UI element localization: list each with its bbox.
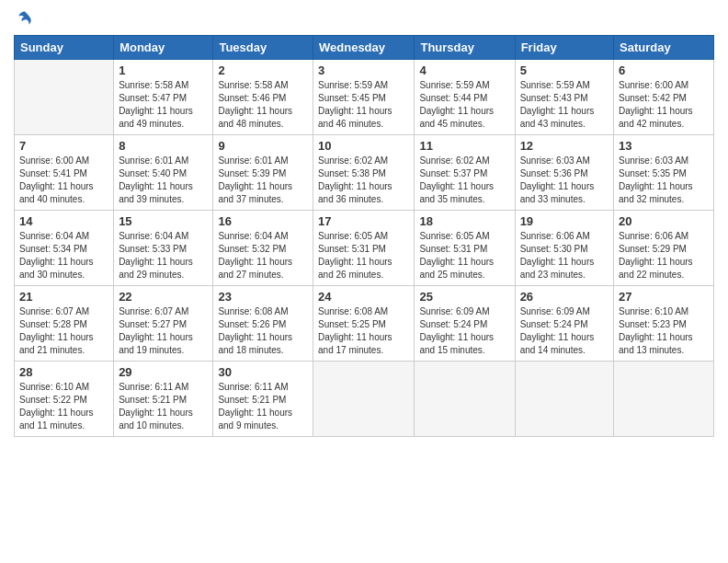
calendar-cell: 14Sunrise: 6:04 AM Sunset: 5:34 PM Dayli… — [15, 211, 114, 286]
calendar-cell: 7Sunrise: 6:00 AM Sunset: 5:41 PM Daylig… — [15, 135, 114, 211]
calendar-cell: 4Sunrise: 5:59 AM Sunset: 5:44 PM Daylig… — [415, 60, 515, 135]
day-info: Sunrise: 6:06 AM Sunset: 5:30 PM Dayligh… — [520, 230, 609, 282]
day-number: 16 — [218, 214, 308, 228]
calendar-cell — [15, 60, 114, 135]
day-info: Sunrise: 6:03 AM Sunset: 5:35 PM Dayligh… — [619, 155, 709, 206]
col-header-monday: Monday — [114, 36, 213, 60]
day-info: Sunrise: 6:00 AM Sunset: 5:41 PM Dayligh… — [19, 155, 108, 206]
calendar-cell: 29Sunrise: 6:11 AM Sunset: 5:21 PM Dayli… — [114, 362, 213, 437]
calendar-cell — [415, 362, 515, 437]
day-number: 17 — [318, 214, 409, 228]
day-info: Sunrise: 6:03 AM Sunset: 5:36 PM Dayligh… — [520, 155, 609, 206]
calendar-cell: 12Sunrise: 6:03 AM Sunset: 5:36 PM Dayli… — [515, 135, 613, 211]
day-info: Sunrise: 6:07 AM Sunset: 5:28 PM Dayligh… — [19, 305, 108, 357]
day-number: 19 — [520, 214, 609, 228]
day-info: Sunrise: 6:09 AM Sunset: 5:24 PM Dayligh… — [520, 305, 609, 357]
day-number: 11 — [419, 139, 509, 153]
day-number: 8 — [119, 139, 208, 153]
day-number: 12 — [520, 139, 609, 153]
calendar-week-2: 7Sunrise: 6:00 AM Sunset: 5:41 PM Daylig… — [15, 135, 714, 211]
day-info: Sunrise: 6:07 AM Sunset: 5:27 PM Dayligh… — [119, 305, 208, 357]
calendar-week-5: 28Sunrise: 6:10 AM Sunset: 5:22 PM Dayli… — [15, 362, 714, 437]
day-number: 6 — [619, 63, 709, 77]
day-number: 2 — [218, 63, 308, 77]
calendar-cell: 17Sunrise: 6:05 AM Sunset: 5:31 PM Dayli… — [313, 211, 415, 286]
calendar-week-4: 21Sunrise: 6:07 AM Sunset: 5:28 PM Dayli… — [15, 286, 714, 362]
calendar-week-1: 1Sunrise: 5:58 AM Sunset: 5:47 PM Daylig… — [15, 60, 714, 135]
calendar-cell: 6Sunrise: 6:00 AM Sunset: 5:42 PM Daylig… — [614, 60, 714, 135]
day-info: Sunrise: 6:10 AM Sunset: 5:23 PM Dayligh… — [619, 305, 709, 357]
calendar-cell: 2Sunrise: 5:58 AM Sunset: 5:46 PM Daylig… — [213, 60, 313, 135]
calendar-cell: 11Sunrise: 6:02 AM Sunset: 5:37 PM Dayli… — [415, 135, 515, 211]
logo-bird-icon — [16, 9, 34, 28]
day-number: 28 — [19, 365, 108, 379]
calendar-cell: 15Sunrise: 6:04 AM Sunset: 5:33 PM Dayli… — [114, 211, 213, 286]
calendar-cell — [515, 362, 613, 437]
calendar-header-row: SundayMondayTuesdayWednesdayThursdayFrid… — [15, 36, 714, 60]
day-number: 18 — [419, 214, 509, 228]
day-info: Sunrise: 6:09 AM Sunset: 5:24 PM Dayligh… — [419, 305, 509, 357]
day-number: 3 — [318, 63, 409, 77]
day-number: 30 — [218, 365, 308, 379]
day-info: Sunrise: 5:59 AM Sunset: 5:44 PM Dayligh… — [419, 79, 509, 131]
day-number: 15 — [119, 214, 208, 228]
day-info: Sunrise: 6:04 AM Sunset: 5:33 PM Dayligh… — [119, 230, 208, 282]
calendar-cell: 10Sunrise: 6:02 AM Sunset: 5:38 PM Dayli… — [313, 135, 415, 211]
calendar-cell: 21Sunrise: 6:07 AM Sunset: 5:28 PM Dayli… — [15, 286, 114, 362]
day-info: Sunrise: 6:04 AM Sunset: 5:34 PM Dayligh… — [19, 230, 108, 282]
calendar-table: SundayMondayTuesdayWednesdayThursdayFrid… — [14, 35, 714, 437]
day-info: Sunrise: 6:01 AM Sunset: 5:39 PM Dayligh… — [218, 155, 308, 206]
day-number: 24 — [318, 290, 409, 304]
col-header-saturday: Saturday — [614, 36, 714, 60]
calendar-cell: 9Sunrise: 6:01 AM Sunset: 5:39 PM Daylig… — [213, 135, 313, 211]
day-info: Sunrise: 6:01 AM Sunset: 5:40 PM Dayligh… — [119, 155, 208, 206]
col-header-friday: Friday — [515, 36, 613, 60]
day-info: Sunrise: 6:08 AM Sunset: 5:26 PM Dayligh… — [218, 305, 308, 357]
page-header — [14, 9, 714, 28]
day-number: 26 — [520, 290, 609, 304]
calendar-cell — [313, 362, 415, 437]
day-number: 10 — [318, 139, 409, 153]
day-info: Sunrise: 5:59 AM Sunset: 5:45 PM Dayligh… — [318, 79, 409, 131]
calendar-cell: 13Sunrise: 6:03 AM Sunset: 5:35 PM Dayli… — [614, 135, 714, 211]
calendar-cell: 20Sunrise: 6:06 AM Sunset: 5:29 PM Dayli… — [614, 211, 714, 286]
day-number: 27 — [619, 290, 709, 304]
day-info: Sunrise: 5:58 AM Sunset: 5:47 PM Dayligh… — [119, 79, 208, 131]
day-number: 14 — [19, 214, 108, 228]
calendar-cell: 19Sunrise: 6:06 AM Sunset: 5:30 PM Dayli… — [515, 211, 613, 286]
day-info: Sunrise: 6:11 AM Sunset: 5:21 PM Dayligh… — [119, 381, 208, 432]
col-header-sunday: Sunday — [15, 36, 114, 60]
calendar-cell: 3Sunrise: 5:59 AM Sunset: 5:45 PM Daylig… — [313, 60, 415, 135]
day-info: Sunrise: 5:59 AM Sunset: 5:43 PM Dayligh… — [520, 79, 609, 131]
day-info: Sunrise: 6:08 AM Sunset: 5:25 PM Dayligh… — [318, 305, 409, 357]
day-number: 5 — [520, 63, 609, 77]
day-info: Sunrise: 6:05 AM Sunset: 5:31 PM Dayligh… — [318, 230, 409, 282]
calendar-cell: 22Sunrise: 6:07 AM Sunset: 5:27 PM Dayli… — [114, 286, 213, 362]
calendar-cell: 30Sunrise: 6:11 AM Sunset: 5:21 PM Dayli… — [213, 362, 313, 437]
day-number: 21 — [19, 290, 108, 304]
day-info: Sunrise: 6:11 AM Sunset: 5:21 PM Dayligh… — [218, 381, 308, 432]
day-info: Sunrise: 5:58 AM Sunset: 5:46 PM Dayligh… — [218, 79, 308, 131]
calendar-cell: 1Sunrise: 5:58 AM Sunset: 5:47 PM Daylig… — [114, 60, 213, 135]
day-number: 4 — [419, 63, 509, 77]
day-info: Sunrise: 6:10 AM Sunset: 5:22 PM Dayligh… — [19, 381, 108, 432]
day-number: 29 — [119, 365, 208, 379]
calendar-cell: 27Sunrise: 6:10 AM Sunset: 5:23 PM Dayli… — [614, 286, 714, 362]
day-number: 23 — [218, 290, 308, 304]
col-header-tuesday: Tuesday — [213, 36, 313, 60]
calendar-cell: 16Sunrise: 6:04 AM Sunset: 5:32 PM Dayli… — [213, 211, 313, 286]
day-info: Sunrise: 6:05 AM Sunset: 5:31 PM Dayligh… — [419, 230, 509, 282]
col-header-wednesday: Wednesday — [313, 36, 415, 60]
calendar-cell: 25Sunrise: 6:09 AM Sunset: 5:24 PM Dayli… — [415, 286, 515, 362]
day-number: 25 — [419, 290, 509, 304]
day-number: 22 — [119, 290, 208, 304]
calendar-cell: 5Sunrise: 5:59 AM Sunset: 5:43 PM Daylig… — [515, 60, 613, 135]
calendar-cell: 24Sunrise: 6:08 AM Sunset: 5:25 PM Dayli… — [313, 286, 415, 362]
calendar-cell: 8Sunrise: 6:01 AM Sunset: 5:40 PM Daylig… — [114, 135, 213, 211]
calendar-cell: 18Sunrise: 6:05 AM Sunset: 5:31 PM Dayli… — [415, 211, 515, 286]
day-number: 1 — [119, 63, 208, 77]
logo — [14, 9, 34, 28]
day-info: Sunrise: 6:06 AM Sunset: 5:29 PM Dayligh… — [619, 230, 709, 282]
day-info: Sunrise: 6:02 AM Sunset: 5:38 PM Dayligh… — [318, 155, 409, 206]
day-info: Sunrise: 6:02 AM Sunset: 5:37 PM Dayligh… — [419, 155, 509, 206]
